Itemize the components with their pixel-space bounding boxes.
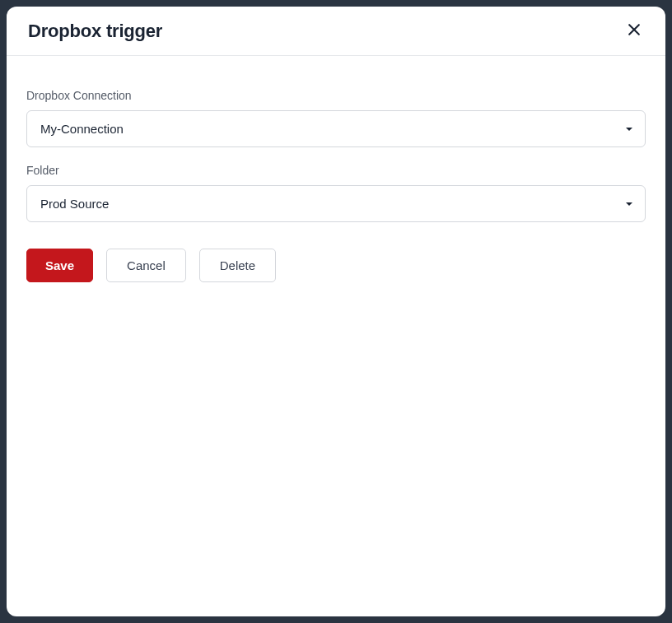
delete-button[interactable]: Delete [199, 249, 276, 282]
modal-title: Dropbox trigger [28, 21, 162, 42]
connection-label: Dropbox Connection [26, 89, 646, 102]
save-button[interactable]: Save [26, 249, 93, 282]
close-button[interactable] [623, 18, 646, 44]
button-row: Save Cancel Delete [26, 249, 646, 282]
folder-select[interactable]: Prod Source [26, 185, 646, 222]
folder-field-group: Folder Prod Source [26, 164, 646, 222]
close-icon [626, 21, 642, 40]
folder-label: Folder [26, 164, 646, 177]
cancel-button[interactable]: Cancel [106, 249, 186, 282]
connection-field-group: Dropbox Connection My-Connection [26, 89, 646, 147]
trigger-config-modal: Dropbox trigger Dropbox Connection My-Co… [7, 7, 665, 616]
folder-select-wrapper: Prod Source [26, 185, 646, 222]
connection-select-wrapper: My-Connection [26, 110, 646, 147]
modal-body: Dropbox Connection My-Connection Folder … [7, 56, 665, 616]
modal-header: Dropbox trigger [7, 7, 665, 56]
connection-select[interactable]: My-Connection [26, 110, 646, 147]
